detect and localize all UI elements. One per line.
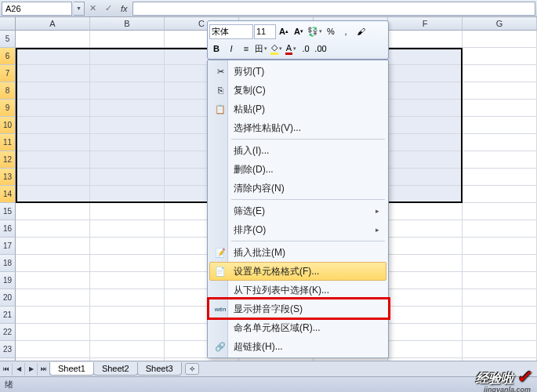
cell[interactable] [388,307,463,324]
cell[interactable] [388,169,463,186]
formula-input[interactable] [132,2,535,16]
row-header[interactable]: 21 [0,307,16,324]
percent-button[interactable]: % [324,24,338,39]
menu-name-range[interactable]: 命名单元格区域(R)... [209,318,386,337]
cell[interactable] [16,134,90,151]
menu-hyperlink[interactable]: 🔗超链接(H)... [209,337,386,356]
row-header[interactable]: 12 [0,151,16,169]
format-painter-button[interactable]: 🖌 [354,24,368,39]
fill-color-button[interactable]: ◇ [269,42,283,56]
menu-paste-special[interactable]: 选择性粘贴(V)... [209,118,386,137]
column-header[interactable]: F [388,17,463,31]
increase-decimal-button[interactable]: .0 [299,42,313,56]
cell[interactable] [463,289,537,307]
cell[interactable] [463,151,537,169]
align-center-button[interactable]: ≡ [239,42,253,56]
cell[interactable] [90,48,165,65]
cell[interactable] [388,117,463,134]
cell[interactable] [463,324,537,341]
cell[interactable] [388,203,463,220]
cell[interactable] [388,100,463,117]
bold-button[interactable]: B [209,42,223,56]
row-header[interactable]: 23 [0,341,16,358]
menu-cut[interactable]: ✂剪切(T) [209,62,386,81]
cell[interactable] [388,238,463,255]
cell[interactable] [388,82,463,100]
cell[interactable] [16,289,90,307]
cell[interactable] [90,289,165,307]
tab-nav-prev[interactable]: ◀ [13,363,25,376]
cell[interactable] [388,220,463,238]
cell[interactable] [90,203,165,220]
cell[interactable] [388,289,463,307]
cell[interactable] [90,324,165,341]
menu-paste[interactable]: 📋粘贴(P) [209,100,386,118]
cell[interactable] [463,169,537,186]
row-header[interactable]: 18 [0,255,16,272]
cell[interactable] [90,255,165,272]
borders-button[interactable]: 田 [254,42,268,56]
row-header[interactable]: 16 [0,220,16,238]
menu-pick-from-list[interactable]: 从下拉列表中选择(K)... [209,281,386,299]
cell[interactable] [463,272,537,289]
row-header[interactable]: 6 [0,48,16,65]
cell[interactable] [16,341,90,358]
cell[interactable] [90,272,165,289]
row-header[interactable]: 22 [0,324,16,341]
cell[interactable] [16,151,90,169]
cell[interactable] [463,100,537,117]
grow-font-button[interactable]: A▴ [277,24,291,39]
italic-button[interactable]: I [224,42,238,56]
row-header[interactable]: 10 [0,117,16,134]
cell[interactable] [388,255,463,272]
cell[interactable] [463,238,537,255]
row-header[interactable]: 19 [0,272,16,289]
name-box[interactable]: A26 [2,2,72,16]
cell[interactable] [16,220,90,238]
cell[interactable] [16,100,90,117]
cell[interactable] [16,238,90,255]
cell[interactable] [90,220,165,238]
menu-clear[interactable]: 清除内容(N) [209,179,386,198]
cell[interactable] [16,31,90,48]
cell[interactable] [16,186,90,203]
cell[interactable] [463,65,537,82]
font-select[interactable] [209,24,253,39]
comma-button[interactable]: , [339,24,353,39]
fx-label[interactable]: fx [121,4,128,13]
select-all-corner[interactable] [0,17,16,31]
column-header[interactable]: G [463,17,537,31]
cell[interactable] [388,186,463,203]
cell[interactable] [463,48,537,65]
row-header[interactable]: 7 [0,65,16,82]
cell[interactable] [90,100,165,117]
cell[interactable] [16,324,90,341]
cell[interactable] [463,307,537,324]
row-header[interactable]: 20 [0,289,16,307]
row-header[interactable]: 13 [0,169,16,186]
cell[interactable] [463,134,537,151]
cell[interactable] [16,255,90,272]
cell[interactable] [388,324,463,341]
menu-copy[interactable]: ⎘复制(C) [209,81,386,100]
tab-nav-next[interactable]: ▶ [25,363,38,376]
row-header[interactable]: 9 [0,100,16,117]
accounting-format-button[interactable]: 💱 [307,24,323,39]
cell[interactable] [90,341,165,358]
column-header[interactable]: A [16,17,90,31]
cell[interactable] [90,169,165,186]
cell[interactable] [16,307,90,324]
cell[interactable] [16,48,90,65]
row-header[interactable]: 15 [0,203,16,220]
sheet-tab-3[interactable]: Sheet3 [137,362,182,376]
cell[interactable] [90,238,165,255]
cell[interactable] [90,82,165,100]
row-header[interactable]: 11 [0,134,16,151]
cell[interactable] [16,169,90,186]
cell[interactable] [90,31,165,48]
row-header[interactable]: 5 [0,31,16,48]
font-color-button[interactable]: A [284,42,298,56]
menu-phonetic[interactable]: wén显示拼音字段(S) [209,299,386,318]
sheet-tab-1[interactable]: Sheet1 [49,362,94,376]
cell[interactable] [388,134,463,151]
